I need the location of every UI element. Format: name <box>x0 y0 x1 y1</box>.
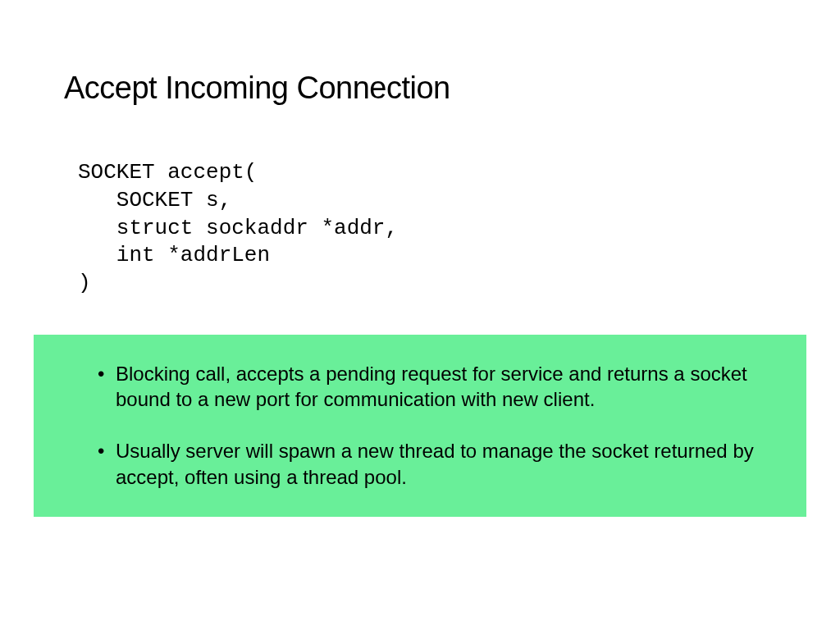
code-block: SOCKET accept( SOCKET s, struct sockaddr… <box>78 159 398 298</box>
code-line-1: SOCKET accept( <box>78 160 257 185</box>
slide-title: Accept Incoming Connection <box>64 71 450 106</box>
bullet-list: Blocking call, accepts a pending request… <box>98 361 767 490</box>
code-line-5: ) <box>78 271 91 295</box>
code-line-3: struct sockaddr *addr, <box>78 216 398 240</box>
bullet-item-2: Usually server will spawn a new thread t… <box>98 438 767 489</box>
code-line-2: SOCKET s, <box>78 188 231 212</box>
slide-container: Accept Incoming Connection SOCKET accept… <box>0 0 840 630</box>
code-line-4: int *addrLen <box>78 243 270 267</box>
info-box: Blocking call, accepts a pending request… <box>34 335 806 517</box>
bullet-item-1: Blocking call, accepts a pending request… <box>98 361 767 412</box>
